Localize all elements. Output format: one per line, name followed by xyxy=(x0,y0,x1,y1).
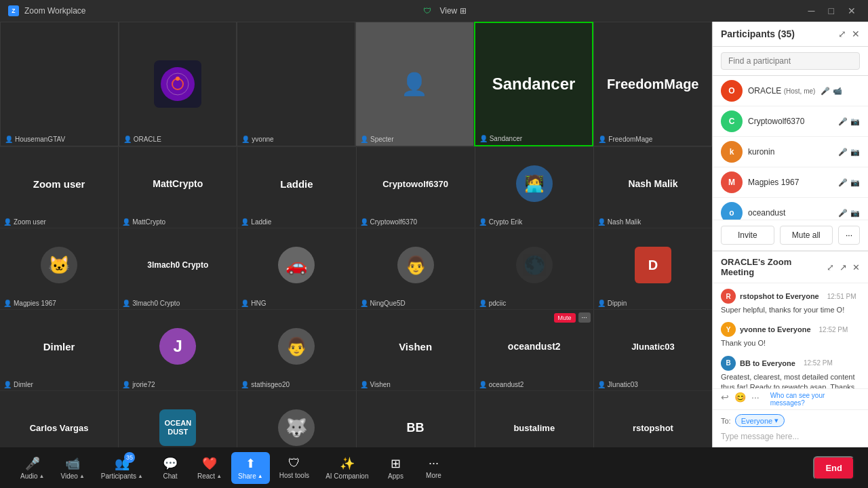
laddie-label: Laddie xyxy=(251,218,271,226)
svg-text:Z: Z xyxy=(12,7,16,14)
tile-nashmalik[interactable]: Nash Malik 👤Nash Malik xyxy=(594,147,712,228)
invite-button[interactable]: Invite xyxy=(721,226,774,245)
more-options-button[interactable]: ··· xyxy=(838,226,860,245)
chat-emoji-icon[interactable]: 😊 xyxy=(734,392,746,407)
titlebar-center: 🛡 View ⊞ xyxy=(423,6,466,16)
tile-yvonne[interactable]: 👤 yvonne xyxy=(237,22,355,146)
grid-row-4: Carlos Vargas 👤Carlos Vargas OCEANDUST 👤… xyxy=(0,391,712,447)
magpies-p-avatar: M xyxy=(721,171,743,193)
tile-pdciic[interactable]: 🌑 👤pdciic xyxy=(475,228,594,309)
oracle-p-icons: 🎤 📹 xyxy=(821,87,842,96)
chat-to: To: Everyone ▾ xyxy=(721,414,860,427)
share-button[interactable]: ⬆ Share ▲ xyxy=(231,452,270,484)
to-label: To: xyxy=(721,417,731,425)
tile-kuronin[interactable]: 🐺 👤kuronin xyxy=(237,391,356,447)
tile-bb[interactable]: BB 👤BB xyxy=(357,391,475,447)
close-participants-icon[interactable]: ✕ xyxy=(852,28,860,39)
chat-input[interactable] xyxy=(721,432,860,441)
tile-hng[interactable]: 🚗 👤HNG xyxy=(237,228,356,309)
pdciic-label: pdciic xyxy=(489,300,507,307)
ningque-avatar: 👨 xyxy=(397,247,434,283)
participants-button[interactable]: 👥 35 Participants ▲ xyxy=(94,452,150,484)
cryptowolf-p-name: Cryptowolf6370 xyxy=(748,117,833,126)
msg3-avatar: B xyxy=(721,356,736,371)
tile-oceandust[interactable]: OCEANDUST 👤oceandust xyxy=(119,391,237,447)
tile-magpies[interactable]: 🐱 👤Magpies 1967 xyxy=(0,228,119,309)
mic2-muted-icon: 🎤 xyxy=(838,178,848,187)
tile-ningque[interactable]: 👨 👤NingQue5D xyxy=(357,228,475,309)
participant-item-cryptowolf[interactable]: C Cryptowolf6370 🎤 📷 xyxy=(713,106,868,137)
dippin-avatar: D xyxy=(635,247,671,283)
more-icon: ··· xyxy=(429,456,439,470)
minimize-button[interactable]: ─ xyxy=(804,4,819,18)
participant-item-kuronin[interactable]: k kuronin 🎤 📷 xyxy=(713,137,868,167)
tile-vishen[interactable]: Vishen 👤Vishen xyxy=(357,310,475,390)
more-options-btn[interactable]: ··· xyxy=(578,312,591,323)
chat-everyone-button[interactable]: Everyone ▾ xyxy=(735,414,785,427)
chat-reply-icon[interactable]: ↩ xyxy=(721,392,729,407)
chevron-down-icon: ▾ xyxy=(774,416,778,425)
hosttools-button[interactable]: 🛡 Host tools xyxy=(273,452,316,483)
tile-freedommage[interactable]: FreedomMage 👤 FreedomMage xyxy=(593,22,712,146)
expand-icon[interactable]: ⤢ xyxy=(838,28,846,39)
search-input[interactable] xyxy=(721,52,860,70)
ai-label: AI Companion xyxy=(326,472,368,480)
close-button[interactable]: ✕ xyxy=(844,4,860,18)
oracle-p-name: ORACLE (Host, me) xyxy=(748,86,815,96)
nashmalik-label: Nash Malik xyxy=(608,218,641,226)
end-button[interactable]: End xyxy=(813,456,854,480)
tile-dippin[interactable]: D 👤Dippin xyxy=(594,228,712,309)
grid-row-1: Zoom user 👤Zoom user MattCrypto 👤MattCry… xyxy=(0,147,712,228)
tile-rstopshot[interactable]: rstopshot 👤rstopshot xyxy=(594,391,712,447)
apps-button[interactable]: ⊞ Apps xyxy=(378,452,414,484)
participant-item-oceandust[interactable]: o oceandust 🎤 📷 xyxy=(713,198,868,220)
maximize-button[interactable]: □ xyxy=(825,4,838,18)
tile-oracle[interactable]: 👤 ORACLE xyxy=(119,22,237,146)
tile-3lmach0[interactable]: 3lmach0 Crypto 👤3lmach0 Crypto xyxy=(119,228,237,309)
tile-oceandust2[interactable]: oceandust2 Mute ··· 👤oceandust2 xyxy=(475,310,594,390)
dimler-label: Dimler xyxy=(14,381,33,388)
tile-carlosvargas[interactable]: Carlos Vargas 👤Carlos Vargas xyxy=(0,391,119,447)
video-button[interactable]: 📹 Video ▲ xyxy=(54,452,92,484)
react-button[interactable]: ❤️ React ▲ xyxy=(191,452,229,484)
cryptowolf-p-icons: 🎤 📷 xyxy=(838,117,860,126)
msg1-text: Super helpful, thanks for your time O! xyxy=(721,305,860,315)
tile-sandancer[interactable]: Sandancer 👤 Sandancer xyxy=(474,22,594,146)
ningque-label: NingQue5D xyxy=(370,300,406,307)
tile-specter[interactable]: 👤 👤 Specter xyxy=(355,22,474,146)
tile-zoomuser[interactable]: Zoom user 👤Zoom user xyxy=(0,147,119,228)
tile-bustalime[interactable]: bustalime 👤bustalime xyxy=(475,391,594,447)
chat-more-icon[interactable]: ··· xyxy=(751,392,760,407)
chat-expand-icon[interactable]: ⤢ xyxy=(827,262,834,272)
msg3-sender: BB to Everyone xyxy=(740,359,795,367)
tile-jrorie[interactable]: J 👤jrorie72 xyxy=(119,310,237,390)
tile-mattcrypto[interactable]: MattCrypto 👤MattCrypto xyxy=(119,147,237,228)
tile-cryptowolf[interactable]: Cryptowolf6370 👤Cryptowolf6370 xyxy=(357,147,475,228)
tile-jlunatic[interactable]: Jlunatic03 👤Jlunatic03 xyxy=(594,310,712,390)
tile-dimler[interactable]: Dimler 👤Dimler xyxy=(0,310,119,390)
titlebar-controls: ─ □ ✕ xyxy=(804,4,860,18)
ai-companion-button[interactable]: ✨ AI Companion xyxy=(319,452,375,484)
tile-housemangтav[interactable]: 👤 HousemanGTAV xyxy=(0,22,119,146)
msg1-time: 12:51 PM xyxy=(827,293,856,300)
more-button[interactable]: ··· More xyxy=(416,452,452,483)
chat-popout-icon[interactable]: ↗ xyxy=(840,262,847,272)
chat-close-icon[interactable]: ✕ xyxy=(852,262,860,272)
chat-button[interactable]: 💬 Chat xyxy=(153,452,188,484)
svg-point-2 xyxy=(167,73,189,95)
msg2-sender: yvonne to Everyone xyxy=(740,325,811,333)
mute-all-button[interactable]: Mute all xyxy=(780,226,833,245)
cryptoerik-label: Crypto Erik xyxy=(489,218,522,226)
cam-muted-icon: 📷 xyxy=(850,117,860,126)
cryptoerik-avatar: 🧑‍💻 xyxy=(516,165,553,202)
oceandust-p-name: oceandust xyxy=(748,208,833,218)
participant-item-magpies[interactable]: M Magpies 1967 🎤 📷 xyxy=(713,167,868,198)
tile-cryptoerik[interactable]: 🧑‍💻 👤Crypto Erik xyxy=(475,147,594,228)
audio-button[interactable]: 🎤 Audio ▲ xyxy=(14,452,52,484)
tile-stathis[interactable]: 👨 👤stathisgeo20 xyxy=(237,310,356,390)
tile-laddie[interactable]: Laddie 👤Laddie xyxy=(237,147,356,228)
participant-item-oracle[interactable]: O ORACLE (Host, me) 🎤 📹 xyxy=(713,76,868,106)
view-label[interactable]: View ⊞ xyxy=(439,6,466,16)
search-box xyxy=(713,47,868,76)
more-label: More xyxy=(426,472,441,479)
